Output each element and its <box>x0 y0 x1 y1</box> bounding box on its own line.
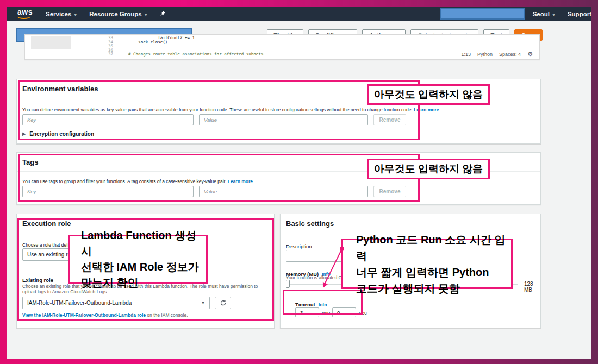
code-lines[interactable]: 33 failCount2 += 1 34 sock.close() 35 36… <box>101 36 263 57</box>
sec-unit-label: sec <box>359 310 367 316</box>
tags-value-input[interactable] <box>199 186 368 197</box>
memory-slider-handle[interactable] <box>286 280 290 288</box>
screenshot-frame: aws Services▼ Resource Groups▼ Seoul▼ <box>0 0 598 364</box>
memory-value: 128 MB <box>524 281 540 293</box>
tags-annotation: 아무것도 입력하지 않음 <box>367 159 490 179</box>
existing-role-label: Existing role <box>22 277 53 283</box>
min-unit-label: min <box>322 310 330 316</box>
editor-file-panel[interactable] <box>31 36 71 49</box>
nav-resource-groups-menu[interactable]: Resource Groups▼ <box>89 11 147 17</box>
gear-icon[interactable]: ⚙ <box>527 51 533 58</box>
editor-status-bar: 1:13 Python Spaces: 4 ⚙ <box>462 51 533 58</box>
timeout-sec-input[interactable] <box>332 307 356 317</box>
code-line: 35 <box>101 44 263 48</box>
timeout-min-input[interactable] <box>295 307 319 317</box>
aws-logo[interactable]: aws <box>17 9 33 19</box>
aws-navbar: aws Services▼ Resource Groups▼ Seoul▼ <box>7 7 591 21</box>
refresh-icon <box>220 299 227 306</box>
chevron-down-icon: ▼ <box>73 13 77 17</box>
code-line: 34 sock.close() <box>101 40 263 45</box>
encryption-configuration-expander[interactable]: ▶ Encryption configuration <box>22 131 94 137</box>
memory-hint: Your function is allocated CPU <box>286 275 348 280</box>
cursor-position: 1:13 <box>462 52 471 57</box>
view-role-link-line: View the IAM-Role-UTM-Failover-Outbound-… <box>22 312 188 318</box>
env-remove-button[interactable]: Remove <box>373 114 406 125</box>
timeout-label: Timeout <box>295 302 315 307</box>
editor-language: Python <box>477 52 493 57</box>
timeout-info-link[interactable]: Info <box>319 302 327 307</box>
triangle-right-icon: ▶ <box>22 131 26 136</box>
account-name-redaction <box>440 8 525 20</box>
pushpin-icon <box>160 10 166 17</box>
section-title: Basic settings <box>281 214 540 228</box>
learn-more-link[interactable]: Learn more <box>414 107 439 112</box>
env-key-input[interactable] <box>22 114 194 125</box>
learn-more-link[interactable]: Learn more <box>228 179 253 184</box>
nav-services-menu[interactable]: Services▼ <box>46 11 77 17</box>
aws-logo-text: aws <box>17 8 33 16</box>
editor-spaces: Spaces: 4 <box>499 52 521 57</box>
chevron-down-icon: ▼ <box>552 13 556 17</box>
nav-support-menu[interactable]: Support <box>568 11 591 17</box>
refresh-roles-button[interactable] <box>215 297 231 309</box>
chevron-down-icon: ▼ <box>201 301 205 305</box>
description-label: Description <box>286 243 312 249</box>
chevron-down-icon: ▼ <box>144 13 148 17</box>
env-value-input[interactable] <box>199 114 368 125</box>
env-annotation: 아무것도 입력하지 않음 <box>367 84 490 105</box>
role-hint: Choose a role that defi <box>22 242 69 248</box>
code-line: 37 # Changes route table associations fo… <box>101 52 263 57</box>
role-annotation: Lambda Function 생성 시 선택한 IAM Role 정보가 맞는… <box>68 235 208 284</box>
timeout-annotation: Python 코드 Run 소요 시간 입력 너무 짧게 입력하면 Python… <box>341 239 513 289</box>
tags-key-input[interactable] <box>22 186 194 197</box>
existing-role-select[interactable]: IAM-Role-UTM-Failover-Outbound-Lambda ▼ <box>22 297 210 309</box>
section-title: Execution role <box>17 214 274 228</box>
nav-region-menu[interactable]: Seoul▼ <box>533 11 556 17</box>
view-role-link[interactable]: View the IAM-Role-UTM-Failover-Outbound-… <box>22 312 146 318</box>
tags-remove-button[interactable]: Remove <box>373 186 406 197</box>
aws-console-page: aws Services▼ Resource Groups▼ Seoul▼ <box>7 7 591 359</box>
pin-shortcut-button[interactable] <box>160 10 166 18</box>
env-description: You can define environment variables as … <box>22 107 457 112</box>
code-editor[interactable]: 33 failCount2 += 1 34 sock.close() 35 36… <box>24 34 540 60</box>
tags-description: You can use tags to group and filter you… <box>22 179 457 184</box>
